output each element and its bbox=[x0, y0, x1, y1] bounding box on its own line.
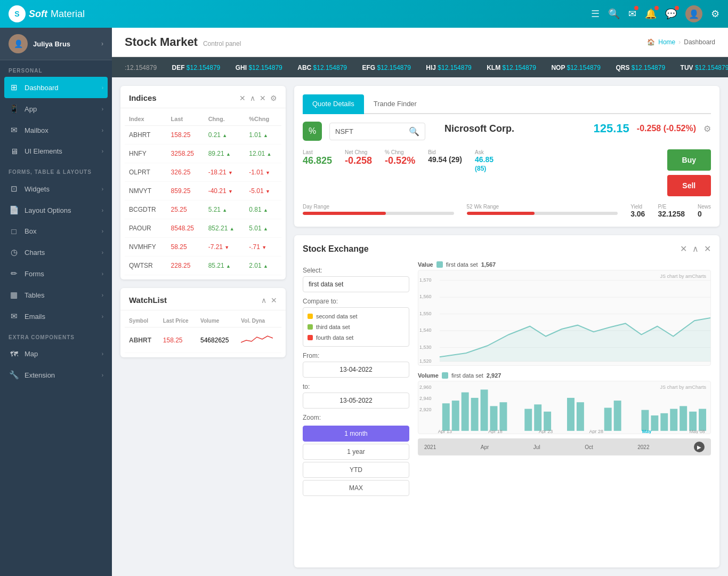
layout-label: Layout Options bbox=[25, 206, 71, 214]
sidebar-item-extension[interactable]: 🔧 Extension › bbox=[0, 364, 112, 386]
breadcrumb-home[interactable]: Home bbox=[658, 38, 675, 46]
idx-pchng: -1.01 ▼ bbox=[245, 163, 281, 182]
avatar[interactable]: 👤 bbox=[685, 5, 702, 22]
tab-trande-finder[interactable]: Trande Finder bbox=[364, 94, 426, 114]
stat-ask-label: Ask bbox=[475, 149, 494, 155]
chat-icon[interactable]: 💬 bbox=[665, 8, 677, 20]
svg-text:Apr 13: Apr 13 bbox=[438, 429, 452, 434]
exchange-close-small-icon[interactable]: ✕ bbox=[680, 244, 687, 254]
indices-title: Indices bbox=[129, 93, 157, 102]
sidebar-item-forms[interactable]: ✏ Forms › bbox=[0, 263, 112, 284]
sidebar-item-map[interactable]: 🗺 Map › bbox=[0, 343, 112, 364]
quote-settings-icon[interactable]: ⚙ bbox=[703, 124, 711, 134]
box-chevron: › bbox=[102, 228, 103, 234]
quote-search-input[interactable] bbox=[335, 127, 405, 135]
indices-close-icon[interactable]: ✕ bbox=[260, 94, 266, 102]
wl-sparkline-cell bbox=[237, 327, 281, 353]
zoom-1month[interactable]: 1 month bbox=[303, 426, 409, 442]
box-icon: □ bbox=[9, 227, 19, 236]
svg-text:Apr 23: Apr 23 bbox=[539, 429, 553, 434]
zoom-buttons: 1 month 1 year YTD MAX bbox=[303, 426, 409, 496]
map-label: Map bbox=[25, 350, 38, 358]
watchlist-collapse-icon[interactable]: ∧ bbox=[261, 296, 266, 305]
svg-rect-24 bbox=[462, 393, 469, 431]
zoom-ytd[interactable]: YTD bbox=[303, 462, 409, 478]
tab-quote-details[interactable]: Quote Details bbox=[303, 94, 364, 114]
idx-pchng: -.71 ▼ bbox=[245, 238, 281, 257]
indices-collapse-icon[interactable]: ∧ bbox=[250, 94, 255, 102]
hamburger-button[interactable]: ☰ bbox=[591, 8, 600, 20]
day-range-bar bbox=[303, 212, 454, 215]
timeline-label-apr: Apr bbox=[481, 444, 489, 450]
ticker-hij: HIJ $12.154879 bbox=[426, 64, 471, 71]
zoom-max[interactable]: MAX bbox=[303, 480, 409, 496]
sidebar-item-layout-options[interactable]: 📄 Layout Options › bbox=[0, 199, 112, 221]
wl-price-abhrt: 158.25 bbox=[159, 327, 196, 353]
widgets-icon: ⊡ bbox=[9, 184, 19, 194]
sidebar-item-tables[interactable]: ▦ Tables › bbox=[0, 284, 112, 306]
search-icon[interactable]: 🔍 bbox=[608, 8, 620, 20]
stat-last-label: Last bbox=[303, 149, 332, 155]
ticker-nop: NOP $12.154879 bbox=[551, 64, 601, 71]
sidebar-item-dashboard[interactable]: ⊞ Dashboard › bbox=[4, 77, 108, 98]
to-date-input[interactable] bbox=[303, 393, 409, 409]
watchlist-close-icon[interactable]: ✕ bbox=[271, 296, 277, 305]
indices-settings-icon[interactable]: ⚙ bbox=[270, 94, 277, 102]
extension-label: Extension bbox=[25, 371, 55, 379]
quote-price-area: 125.15 -0.258 (-0.52%) ⚙ bbox=[594, 122, 711, 135]
svg-text:May 08: May 08 bbox=[689, 429, 705, 434]
right-panel: Quote Details Trande Finder % 🔍 bbox=[294, 86, 719, 567]
wl-symbol-abhrt: ABHRT bbox=[125, 327, 159, 353]
sidebar-item-widgets[interactable]: ⊡ Widgets › bbox=[0, 178, 112, 199]
quote-details-card: Quote Details Trande Finder % 🔍 bbox=[294, 86, 719, 227]
buy-button[interactable]: Buy bbox=[667, 149, 711, 171]
widgets-chevron: › bbox=[102, 186, 103, 192]
sidebar-item-emails[interactable]: ✉ Emails › bbox=[0, 306, 112, 327]
from-date-input[interactable] bbox=[303, 362, 409, 378]
quote-search-box[interactable]: 🔍 bbox=[329, 123, 425, 140]
sidebar-item-box[interactable]: □ Box › bbox=[0, 221, 112, 242]
bell-icon[interactable]: 🔔 bbox=[645, 8, 657, 20]
stat-52wk-range: 52 Wk Range bbox=[467, 204, 618, 218]
timeline-bar[interactable]: 2021 Apr Jul Oct 2022 ▶ bbox=[418, 438, 711, 455]
compare-label-second: second data set bbox=[316, 313, 358, 319]
sidebar-item-ui-elements[interactable]: 🖥 UI Elements › bbox=[0, 141, 112, 162]
emails-item-left: ✉ Emails bbox=[9, 311, 45, 321]
top-nav-icons: ☰ 🔍 ✉ 🔔 💬 👤 ⚙ bbox=[591, 5, 719, 22]
sidebar-item-charts[interactable]: ◷ Charts › bbox=[0, 242, 112, 263]
exchange-collapse-icon[interactable]: ∧ bbox=[692, 244, 699, 254]
page-subtitle: Control panel bbox=[203, 40, 241, 47]
zoom-1year[interactable]: 1 year bbox=[303, 444, 409, 460]
volume-label: Volume bbox=[418, 372, 439, 379]
box-item-left: □ Box bbox=[9, 227, 36, 236]
svg-rect-32 bbox=[567, 398, 575, 431]
quote-action-buttons: Buy Sell bbox=[667, 149, 711, 196]
day-range-fill bbox=[303, 212, 386, 215]
quote-search-icon[interactable]: 🔍 bbox=[409, 126, 419, 137]
value-legend-text: first data set bbox=[446, 261, 478, 268]
exchange-close-icon[interactable]: ✕ bbox=[704, 244, 711, 254]
ticker-ghi: GHI $12.154879 bbox=[236, 64, 282, 71]
timeline-play-button[interactable]: ▶ bbox=[694, 442, 705, 452]
charts-label: Charts bbox=[25, 249, 45, 257]
svg-text:2,960: 2,960 bbox=[419, 385, 431, 390]
quote-ticker-icon: % bbox=[303, 122, 322, 141]
indices-close-small-icon[interactable]: ✕ bbox=[239, 94, 246, 102]
mail-icon[interactable]: ✉ bbox=[628, 8, 636, 20]
tables-icon: ▦ bbox=[9, 290, 19, 300]
watchlist-card: WatchList ∧ ✕ Symbol Last Price bbox=[120, 288, 286, 357]
indices-card: Indices ✕ ∧ ✕ ⚙ Index bbox=[120, 86, 286, 279]
svg-rect-28 bbox=[499, 402, 507, 431]
dataset-select[interactable]: first data set bbox=[303, 276, 409, 292]
indices-actions: ✕ ∧ ✕ ⚙ bbox=[239, 94, 277, 102]
svg-rect-29 bbox=[524, 409, 532, 431]
sidebar-item-app[interactable]: 📱 App › bbox=[0, 98, 112, 119]
value-chart-label: Value first data set 1,567 bbox=[418, 261, 711, 268]
exchange-actions: ✕ ∧ ✕ bbox=[680, 244, 711, 254]
table-row: NMVYT 859.25 -40.21 ▼ -5.01 ▼ bbox=[125, 182, 281, 201]
idx-last: 3258.25 bbox=[167, 145, 204, 163]
settings-icon[interactable]: ⚙ bbox=[711, 8, 719, 20]
sell-button[interactable]: Sell bbox=[667, 175, 711, 196]
sidebar-item-mailbox[interactable]: ✉ Mailbox › bbox=[0, 119, 112, 141]
ticker-qrs: QRS $12.154879 bbox=[616, 64, 665, 71]
